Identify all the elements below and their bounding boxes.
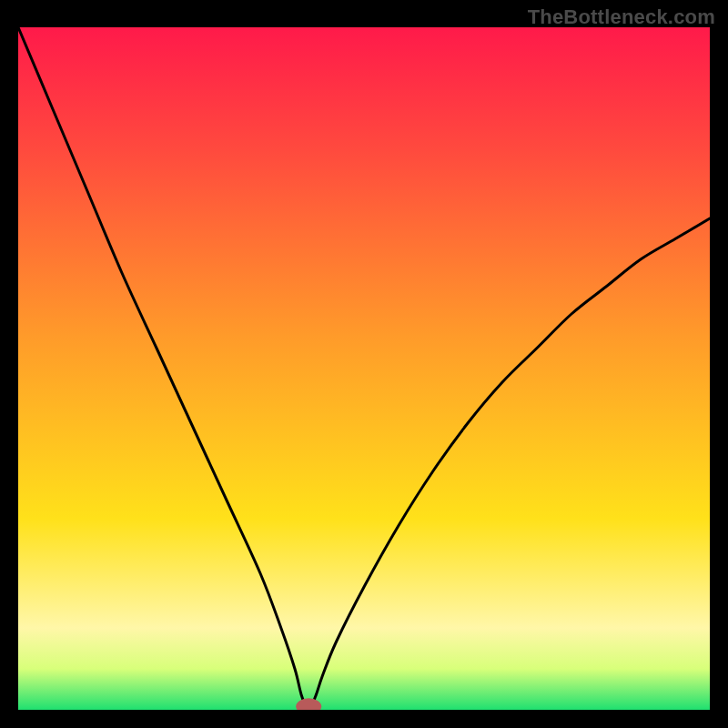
chart-frame: TheBottleneck.com	[0, 0, 728, 728]
watermark-text: TheBottleneck.com	[528, 5, 715, 29]
chart-svg	[18, 27, 710, 710]
chart-plot-area	[18, 27, 710, 710]
gradient-background	[18, 27, 710, 710]
